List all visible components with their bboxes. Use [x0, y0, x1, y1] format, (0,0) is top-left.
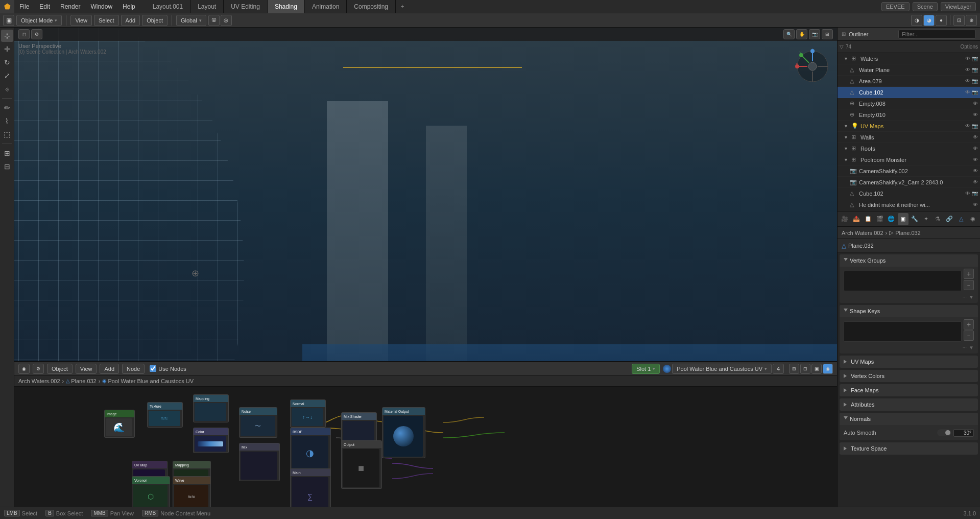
- add-vertex-group-btn[interactable]: +: [964, 269, 974, 279]
- object-menu[interactable]: Object: [142, 15, 168, 26]
- visibility-icon[interactable]: 👁: [965, 89, 970, 95]
- visibility-icon[interactable]: 👁: [965, 56, 970, 61]
- tab-compositing[interactable]: Compositing: [347, 0, 396, 13]
- node-view-icon[interactable]: ▣: [811, 364, 822, 374]
- add-menu[interactable]: Add: [121, 15, 140, 26]
- vertex-groups-header[interactable]: Vertex Groups: [840, 254, 978, 267]
- tool-add-cube[interactable]: ⬚: [1, 128, 13, 140]
- tab-uv-editing[interactable]: UV Editing: [224, 0, 268, 13]
- breadcrumb-obj[interactable]: ▷: [889, 229, 893, 236]
- props-tab-constraints[interactable]: 🔗: [944, 213, 955, 225]
- render-icon[interactable]: 📷: [972, 191, 978, 196]
- node-8[interactable]: BSDF ◑: [290, 428, 331, 471]
- texture-space-header[interactable]: Texture Space: [840, 442, 978, 455]
- tab-shading[interactable]: Shading: [268, 0, 305, 13]
- node-13[interactable]: Voronoi ⬡: [132, 476, 170, 507]
- tab-animation[interactable]: Animation: [305, 0, 347, 13]
- node-object-menu[interactable]: Object: [47, 364, 73, 374]
- outliner-item-roofs[interactable]: ▼ ⊞ Roofs 👁: [838, 143, 980, 154]
- tool-scale[interactable]: ⤢: [1, 69, 13, 82]
- node-3[interactable]: Mapping: [193, 394, 229, 422]
- props-tab-object[interactable]: ▣: [898, 213, 909, 225]
- vertex-colors-header[interactable]: Vertex Colors: [840, 370, 978, 382]
- visibility-icon[interactable]: 👁: [973, 202, 978, 207]
- mode-icon[interactable]: ▣: [3, 15, 14, 26]
- render-icon[interactable]: 📷: [972, 123, 978, 129]
- menu-edit[interactable]: Edit: [34, 0, 55, 13]
- outliner-item-walls[interactable]: ▼ ⊞ Walls 👁: [838, 132, 980, 143]
- proportional-editing[interactable]: ◎: [221, 15, 232, 26]
- use-nodes-checkbox[interactable]: [150, 365, 156, 372]
- viewport-settings[interactable]: ⚙: [31, 29, 42, 39]
- auto-smooth-toggle[interactable]: [937, 429, 951, 436]
- menu-help[interactable]: Help: [117, 0, 140, 13]
- props-tab-physics[interactable]: ⚗: [933, 213, 943, 225]
- tab-layout[interactable]: Layout: [190, 0, 224, 13]
- node-9[interactable]: Mix Shader: [341, 412, 377, 443]
- visibility-icon[interactable]: 👁: [973, 157, 978, 162]
- node-view-menu[interactable]: View: [76, 364, 97, 374]
- vg-expand[interactable]: ▼: [969, 294, 974, 300]
- viewport-shading-material[interactable]: ◕: [923, 15, 935, 26]
- select-menu[interactable]: Select: [94, 15, 119, 26]
- outliner-item-lights[interactable]: ▼ 💡 UV Maps 👁 📷: [838, 121, 980, 132]
- remove-vertex-group-btn[interactable]: −: [964, 280, 974, 290]
- add-shape-key-btn[interactable]: +: [964, 319, 974, 329]
- breadcrumb-scene[interactable]: Arch Waters.002: [842, 230, 883, 236]
- node-add-menu[interactable]: Add: [100, 364, 119, 374]
- props-tab-output[interactable]: 📤: [851, 213, 862, 225]
- outliner-search-input[interactable]: [898, 30, 976, 39]
- visibility-icon[interactable]: 👁: [973, 179, 978, 185]
- props-tab-render[interactable]: 🎥: [840, 213, 850, 225]
- outliner-item-camerashakifyv2[interactable]: 📷 CameraShakify.v2_Cam 2 2843.0 👁: [838, 177, 980, 188]
- render-icon[interactable]: 📷: [972, 67, 978, 73]
- props-tab-view[interactable]: 📋: [863, 213, 874, 225]
- ne-breadcrumb-material[interactable]: ◉ Pool Water Blue and Caustocs UV: [102, 378, 194, 384]
- node-5[interactable]: Noise 〜: [239, 407, 277, 438]
- tool-transform[interactable]: ⟐: [1, 83, 13, 95]
- node-7[interactable]: Normal ↑→↓: [290, 399, 326, 428]
- visibility-icon[interactable]: 👁: [965, 191, 970, 196]
- node-layout-icon[interactable]: ⊡: [800, 364, 810, 374]
- node-2[interactable]: Texture ≈≈: [147, 402, 183, 428]
- menu-render[interactable]: Render: [55, 0, 85, 13]
- uv-maps-header[interactable]: UV Maps: [840, 356, 978, 368]
- scene-select[interactable]: Scene: [913, 2, 938, 11]
- node-editor-type-icon[interactable]: ◉: [18, 364, 30, 374]
- sk-expand[interactable]: ▼: [969, 345, 974, 350]
- props-tab-particles[interactable]: ✦: [921, 213, 931, 225]
- visibility-icon[interactable]: 👁: [965, 78, 970, 84]
- props-tab-modifier[interactable]: 🔧: [910, 213, 920, 225]
- tool-move[interactable]: ✛: [1, 43, 13, 55]
- outliner-item-waterplane[interactable]: △ Water Plane 👁 📷: [838, 64, 980, 76]
- tool-extra2[interactable]: ⊟: [1, 160, 13, 173]
- visibility-icon[interactable]: 👁: [973, 112, 978, 117]
- options-button[interactable]: Options: [961, 44, 978, 50]
- breadcrumb-plane[interactable]: Plane.032: [895, 230, 921, 236]
- visibility-icon[interactable]: 👁: [965, 123, 970, 129]
- viewport-shading-rendered[interactable]: ●: [936, 15, 947, 26]
- filter-options[interactable]: 74: [846, 44, 851, 50]
- node-14[interactable]: Wave ≈≈: [173, 476, 211, 507]
- view-menu[interactable]: View: [70, 15, 92, 26]
- node-6[interactable]: Mix: [239, 443, 280, 481]
- outliner-item-cube102-second[interactable]: △ Cube.102 👁 📷: [838, 188, 980, 199]
- engine-select[interactable]: EEVEE: [881, 2, 910, 11]
- node-active-icon[interactable]: ◉: [823, 364, 833, 374]
- outliner-item-area079[interactable]: △ Area.079 👁 📷: [838, 76, 980, 87]
- visibility-icon[interactable]: 👁: [973, 134, 978, 140]
- remove-shape-key-btn[interactable]: −: [964, 331, 974, 341]
- viewlayer-select[interactable]: ViewLayer: [941, 2, 976, 11]
- attributes-header[interactable]: Attributes: [840, 398, 978, 411]
- render-icon[interactable]: 📷: [972, 78, 978, 84]
- tool-cursor[interactable]: ⊹: [1, 30, 13, 42]
- outliner-item-empty008[interactable]: ⊕ Empty.008 👁: [838, 98, 980, 109]
- node-16[interactable]: Material Output: [382, 407, 425, 458]
- node-node-menu[interactable]: Node: [122, 364, 145, 374]
- tab-layout-001[interactable]: Layout.001: [146, 0, 190, 13]
- hand-tool-icon[interactable]: ✋: [796, 29, 807, 39]
- node-zoom-icon[interactable]: ⊞: [789, 364, 799, 374]
- visibility-icon[interactable]: 👁: [965, 67, 970, 73]
- visibility-icon[interactable]: 👁: [973, 101, 978, 106]
- transform-orientation[interactable]: Global ▾: [176, 15, 206, 26]
